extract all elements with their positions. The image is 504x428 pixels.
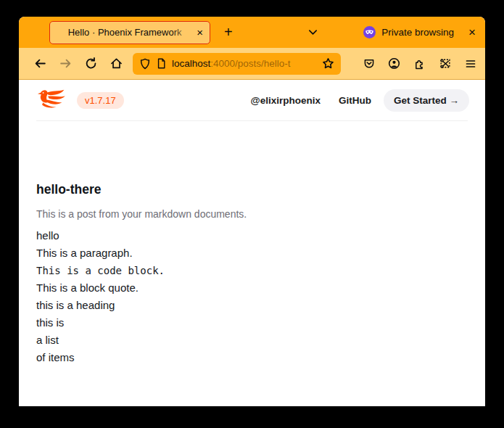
hamburger-menu-icon (465, 58, 476, 70)
post-line: This is a paragraph. (36, 244, 468, 262)
url-text[interactable]: localhost:4000/posts/hello-t (172, 58, 317, 69)
reload-icon (85, 57, 97, 70)
chevron-down-icon (307, 27, 318, 38)
account-icon (388, 57, 400, 70)
post-line: this is a heading (36, 297, 468, 314)
bookmark-star-icon[interactable] (322, 57, 334, 70)
window-close-button[interactable]: × (468, 26, 476, 38)
post-subtitle: This is a post from your markdown docume… (36, 205, 468, 223)
nav-link-github[interactable]: GitHub (339, 95, 371, 106)
post-article: hello-there This is a post from your mar… (19, 121, 485, 366)
tab-close-icon[interactable]: × (195, 25, 205, 39)
nav-link-elixirphoenix[interactable]: @elixirphoenix (251, 95, 321, 106)
phoenix-logo[interactable] (36, 88, 70, 112)
list-all-tabs-button[interactable] (300, 21, 326, 44)
post-line: hello (36, 227, 468, 244)
post-line: a list (36, 332, 468, 349)
back-icon (34, 57, 46, 70)
page-info-icon[interactable] (156, 58, 167, 69)
pocket-button[interactable] (356, 52, 381, 75)
screenshot-button[interactable] (432, 52, 458, 75)
forward-icon (59, 57, 72, 70)
new-tab-button[interactable]: + (220, 24, 237, 41)
post-line: This is a code block. (36, 262, 468, 279)
screenshot-icon (439, 57, 451, 70)
url-domain: localhost (172, 58, 210, 69)
site-header: v1.7.17 @elixirphoenix GitHub Get Starte… (19, 80, 485, 120)
home-button[interactable] (104, 52, 129, 75)
post-body: helloThis is a paragraph.This is a code … (36, 227, 468, 366)
shield-icon[interactable] (139, 58, 151, 70)
tab-hello-phoenix[interactable]: Hello · Phoenix Framework × (49, 21, 210, 44)
private-browsing-indicator: Private browsing (363, 26, 454, 38)
post-line: This is a block quote. (36, 279, 468, 297)
browser-window: Hello · Phoenix Framework × + Private br… (19, 17, 485, 406)
private-browsing-label: Private browsing (381, 27, 454, 38)
nav-toolbar: localhost:4000/posts/hello-t (19, 48, 485, 80)
forward-button[interactable] (53, 52, 78, 75)
reload-button[interactable] (78, 52, 104, 75)
private-mask-icon (363, 26, 376, 38)
toolbar-right-group (356, 52, 483, 75)
post-line: this is (36, 314, 468, 332)
extensions-button[interactable] (407, 52, 432, 75)
pocket-icon (363, 58, 375, 70)
url-path: :4000/posts/hello-t (210, 58, 290, 69)
extensions-icon (414, 58, 426, 70)
version-badge: v1.7.17 (77, 92, 124, 109)
post-line: of items (36, 349, 468, 366)
account-button[interactable] (381, 52, 407, 75)
tab-title: Hello · Phoenix Framework (57, 27, 192, 38)
home-icon (110, 57, 123, 70)
titlebar: Hello · Phoenix Framework × + Private br… (19, 17, 485, 48)
post-title: hello-there (36, 182, 468, 197)
back-button[interactable] (28, 52, 53, 75)
url-bar[interactable]: localhost:4000/posts/hello-t (133, 53, 341, 75)
menu-button[interactable] (458, 52, 483, 75)
get-started-button[interactable]: Get Started → (384, 89, 469, 112)
page-content: v1.7.17 @elixirphoenix GitHub Get Starte… (19, 80, 485, 406)
